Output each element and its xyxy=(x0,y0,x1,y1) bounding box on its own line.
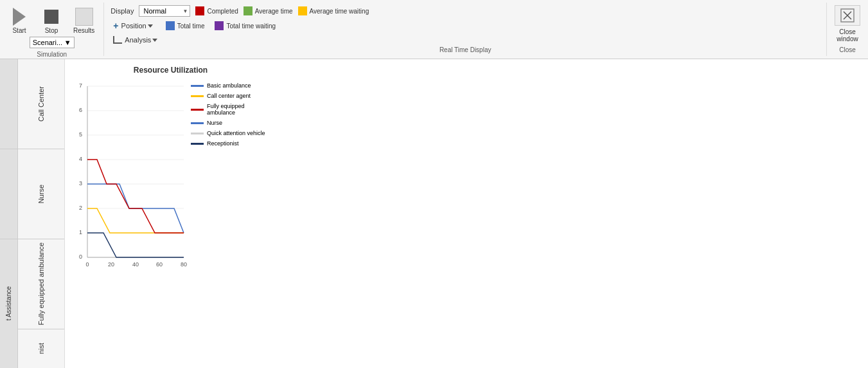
legend-quick-attention-line xyxy=(191,133,204,134)
analysis-arrow xyxy=(152,39,157,42)
svg-text:80: 80 xyxy=(181,261,187,268)
close-window-button[interactable] xyxy=(835,5,860,26)
chart-panel: Resource Utilization 7 6 5 4 3 2 1 0 xyxy=(64,59,276,368)
avg-wait-label: Average time waiting xyxy=(310,8,369,15)
inner-labels: Call Center Nurse Fully equipped ambulan… xyxy=(18,59,64,368)
svg-text:20: 20 xyxy=(108,261,114,268)
scenario-dropdown[interactable]: Scenari... ▼ xyxy=(30,37,75,48)
avg-wait-icon xyxy=(298,6,307,15)
start-icon xyxy=(9,6,30,27)
main-area: t Assistance Call Center Nurse Fully equ… xyxy=(0,59,868,368)
svg-text:1: 1 xyxy=(79,229,82,235)
chart-title: Resource Utilization xyxy=(71,66,270,75)
display-row-mid: + Position Total time Total time waiting xyxy=(111,19,276,32)
legend-fully-equipped-label: Fully equipped ambulance xyxy=(207,103,274,116)
sim-buttons: Start Stop Results xyxy=(5,4,98,37)
legend-callcenter-label: Call center agent xyxy=(207,93,251,99)
display-select[interactable]: Normal xyxy=(139,5,190,17)
position-button[interactable]: + Position xyxy=(111,19,155,32)
avg-time-icon xyxy=(244,6,252,15)
avg-time-legend: Average time xyxy=(244,6,293,15)
avg-wait-legend: Average time waiting xyxy=(298,6,369,15)
scenario-label: Scenari... xyxy=(33,39,62,46)
legend-fully-equipped-line xyxy=(191,109,204,111)
svg-text:0: 0 xyxy=(85,261,89,268)
receptionist-label: nist xyxy=(37,343,45,354)
legend-quick-attention-label: Quick attention vehicle xyxy=(207,130,265,136)
svg-text:40: 40 xyxy=(132,261,139,268)
analysis-icon xyxy=(113,36,122,44)
legend-receptionist-label: Receptionist xyxy=(207,140,239,147)
total-time-icon xyxy=(166,21,175,30)
svg-text:7: 7 xyxy=(79,82,82,89)
outer-label-text: t Assistance xyxy=(5,286,12,320)
total-time-label: Total time xyxy=(177,23,205,30)
outer-spacer2 xyxy=(0,149,17,239)
scenario-arrow: ▼ xyxy=(64,39,71,46)
simulation-group: Start Stop Results Scenari... ▼ Simulati… xyxy=(0,3,104,56)
start-button[interactable]: Start xyxy=(5,4,33,37)
lane-nurse: Nurse xyxy=(18,149,64,239)
completed-icon xyxy=(195,6,204,15)
legend-callcenter: Call center agent xyxy=(191,93,274,99)
call-center-label: Call Center xyxy=(37,86,45,122)
svg-text:3: 3 xyxy=(79,180,82,187)
results-icon xyxy=(74,6,94,27)
legend-basic-ambulance-label: Basic ambulance xyxy=(207,82,251,89)
total-time-legend: Total time xyxy=(166,21,205,30)
legend-receptionist-line xyxy=(191,143,204,145)
svg-text:0: 0 xyxy=(79,253,82,260)
legend-receptionist: Receptionist xyxy=(191,140,274,147)
legend-nurse-line xyxy=(191,122,204,124)
lane-fully-equipped: Fully equipped ambulance xyxy=(18,239,64,329)
avg-time-label: Average time xyxy=(255,8,293,15)
outer-labels: t Assistance xyxy=(0,59,18,368)
svg-text:6: 6 xyxy=(79,107,82,113)
stop-button[interactable]: Stop xyxy=(37,4,66,37)
bar-chart-area: 7 6 5 4 3 2 1 0 xyxy=(71,80,187,274)
close-window-label: Close window xyxy=(837,28,858,42)
display-row-top: Display Normal Completed Average time Av… xyxy=(111,5,369,17)
legend-basic-ambulance: Basic ambulance xyxy=(191,82,274,89)
outer-spacer1 xyxy=(0,59,17,149)
chart-legend: Basic ambulance Call center agent Fully … xyxy=(191,80,274,274)
display-row-bot: Analysis xyxy=(111,35,160,45)
display-group: Display Normal Completed Average time Av… xyxy=(104,3,827,56)
results-label: Results xyxy=(73,27,94,34)
simulation-label: Simulation xyxy=(37,51,67,58)
analysis-button[interactable]: Analysis xyxy=(111,35,160,45)
close-group: Close window Close xyxy=(827,3,868,56)
lane-receptionist: nist xyxy=(18,329,64,368)
completed-label: Completed xyxy=(207,8,238,15)
analysis-label: Analysis xyxy=(125,36,151,44)
total-wait-icon xyxy=(215,21,224,30)
lane-call-center: Call Center xyxy=(18,59,64,149)
legend-basic-ambulance-line xyxy=(191,85,204,87)
display-label: Display xyxy=(111,7,134,15)
start-label: Start xyxy=(12,27,26,34)
svg-text:5: 5 xyxy=(79,131,82,138)
close-label: Close xyxy=(839,46,856,53)
outer-label-assistance: t Assistance xyxy=(0,239,17,368)
chart-content: 7 6 5 4 3 2 1 0 xyxy=(71,80,270,274)
stop-label: Stop xyxy=(45,27,58,34)
realtime-label: Real Time Display xyxy=(439,46,492,53)
legend-nurse: Nurse xyxy=(191,120,274,126)
close-window-icon xyxy=(838,6,856,24)
legend-nurse-label: Nurse xyxy=(207,120,222,126)
completed-legend: Completed xyxy=(195,6,238,15)
svg-text:60: 60 xyxy=(156,261,163,268)
position-arrow xyxy=(148,24,153,28)
svg-text:4: 4 xyxy=(79,156,82,162)
plus-icon: + xyxy=(113,21,118,31)
swimlane-container: t Assistance Call Center Nurse Fully equ… xyxy=(0,59,64,368)
results-button[interactable]: Results xyxy=(69,4,98,37)
legend-callcenter-line xyxy=(191,95,204,97)
legend-fully-equipped: Fully equipped ambulance xyxy=(191,103,274,116)
fully-equipped-label: Fully equipped ambulance xyxy=(37,243,45,325)
nurse-label: Nurse xyxy=(37,185,45,203)
total-wait-label: Total time waiting xyxy=(226,23,276,30)
toolbar: Start Stop Results Scenari... ▼ Simulati… xyxy=(0,0,868,59)
chart-svg: 7 6 5 4 3 2 1 0 xyxy=(71,80,187,273)
display-select-wrapper[interactable]: Normal xyxy=(139,5,190,17)
